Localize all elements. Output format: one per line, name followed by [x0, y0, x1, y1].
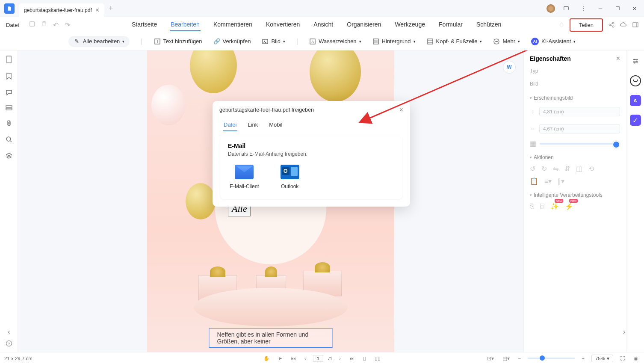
fullscreen-icon[interactable]: ⛶ [618, 356, 627, 361]
dialog-tab-datei[interactable]: Datei [223, 119, 237, 131]
save-icon[interactable] [29, 21, 35, 29]
email-client-option[interactable]: E-Mail-Client [230, 165, 259, 189]
menu-werkzeuge[interactable]: Werkzeuge [394, 18, 426, 31]
more-button[interactable]: Mehr ▾ [493, 38, 520, 45]
page-input[interactable] [313, 355, 323, 362]
actions-section[interactable]: Aktionen [530, 154, 620, 160]
zoom-slider[interactable] [528, 358, 575, 359]
ocr-icon[interactable]: ⌼ [540, 202, 544, 210]
settings-icon[interactable] [630, 56, 641, 67]
redo-icon[interactable]: ↷ [65, 21, 70, 29]
menu-formular[interactable]: Formular [438, 18, 464, 31]
header-footer-button[interactable]: Kopf- & Fußzeile ▾ [427, 38, 482, 45]
collapse-left-icon[interactable]: ‹ [0, 328, 18, 336]
kebab-icon[interactable]: ⋮ [577, 3, 589, 15]
width-input[interactable] [539, 124, 620, 133]
prev-page-icon[interactable]: ‹ [303, 356, 308, 361]
app-logo[interactable] [4, 3, 15, 14]
menu-bearbeiten[interactable]: Bearbeiten [170, 18, 201, 31]
menu-kommentieren[interactable]: Kommentieren [213, 18, 253, 31]
flip-h-icon[interactable]: ⇋ [553, 165, 558, 173]
zoom-in-icon[interactable]: + [580, 356, 586, 361]
menu-startseite[interactable]: Startseite [131, 18, 158, 31]
smart-section[interactable]: Intelligente Verarbeitungstools [530, 192, 620, 198]
check-icon[interactable]: ✓ [630, 115, 641, 126]
rotate-right-icon[interactable]: ↻ [541, 165, 547, 173]
zoom-value[interactable]: 75% ▾ [591, 355, 613, 362]
layers-icon[interactable] [6, 152, 12, 159]
balloon-decoration [190, 50, 237, 93]
crop-icon[interactable]: ◫ [576, 165, 582, 173]
link-button[interactable]: 🔗 Verknüpfen [213, 38, 251, 45]
close-window-icon[interactable]: ✕ [629, 3, 641, 15]
edit-all-button[interactable]: ✎ Alle bearbeiten ▾ [68, 36, 130, 47]
dialog-tab-link[interactable]: Link [247, 119, 259, 131]
minimize-icon[interactable]: ─ [594, 3, 606, 15]
chevron-down-icon: ▾ [573, 39, 576, 44]
new-tab-button[interactable]: + [109, 4, 113, 13]
close-icon[interactable]: × [616, 55, 620, 62]
menu-organisieren[interactable]: Organisieren [346, 18, 382, 31]
cloud-icon[interactable] [620, 21, 627, 28]
dialog-tab-mobil[interactable]: Mobil [268, 119, 283, 131]
first-page-icon[interactable]: ⏮ [289, 356, 298, 361]
comment-icon[interactable] [6, 89, 12, 96]
word-badge[interactable]: W [503, 61, 516, 74]
bookmark-icon[interactable] [6, 73, 12, 80]
ai-assist-button[interactable]: AI KI-Assistent ▾ [531, 38, 576, 45]
read-mode-icon[interactable]: ◉ [632, 355, 640, 361]
panel-toggle-icon[interactable] [632, 21, 639, 28]
help-icon[interactable]: ? [6, 340, 12, 347]
hand-tool-icon[interactable]: ✋ [262, 355, 271, 361]
print-icon[interactable] [41, 21, 47, 29]
image-button[interactable]: Bild ▾ [262, 38, 285, 45]
fields-icon[interactable] [6, 105, 12, 110]
scroll-right-icon[interactable]: › [623, 328, 625, 336]
two-page-icon[interactable]: ▯▯ [373, 355, 382, 361]
enhance-icon[interactable]: ✨ [550, 202, 559, 210]
distribute-icon[interactable]: ‖▾ [558, 177, 564, 185]
maximize-icon[interactable]: ☐ [612, 3, 623, 15]
chat-icon[interactable] [560, 3, 572, 15]
robot-icon[interactable] [630, 75, 641, 86]
tab-active[interactable]: geburtstagskarte-fuer-frau.pdf × [19, 3, 104, 17]
search-icon[interactable] [6, 136, 12, 143]
background-button[interactable]: Hintergrund ▾ [372, 38, 416, 45]
zoom-out-icon[interactable]: − [517, 356, 523, 361]
menu-ansicht[interactable]: Ansicht [313, 18, 334, 31]
share-button[interactable]: Teilen [570, 18, 603, 32]
close-icon[interactable]: × [95, 6, 99, 14]
ai-panel-icon[interactable]: A [630, 95, 641, 106]
height-input[interactable] [539, 107, 620, 116]
appearance-section[interactable]: Erscheinungsbild [530, 95, 620, 101]
next-page-icon[interactable]: › [337, 356, 343, 361]
view-mode-icon[interactable]: ▤▾ [501, 355, 511, 361]
file-menu[interactable]: Datei [0, 22, 25, 28]
opacity-slider[interactable] [540, 143, 620, 145]
undo-icon[interactable]: ↶ [53, 21, 59, 29]
single-page-icon[interactable]: ▯ [361, 355, 368, 361]
clipboard-icon[interactable]: 📋 [530, 177, 538, 185]
extract-icon[interactable]: ⎘ [530, 202, 534, 210]
fit-width-icon[interactable]: ⊡▾ [485, 355, 496, 361]
share-link-icon[interactable] [608, 21, 615, 28]
replace-icon[interactable]: ⟲ [588, 165, 594, 173]
align-icon[interactable]: ≡▾ [544, 177, 552, 185]
lightbulb-icon[interactable]: ♢ [558, 21, 564, 29]
flip-v-icon[interactable]: ⇵ [564, 165, 570, 173]
menu-schuetzen[interactable]: Schützen [476, 18, 502, 31]
avatar[interactable] [547, 4, 555, 13]
thumbnail-icon[interactable] [6, 56, 12, 63]
svg-point-23 [495, 41, 496, 42]
menu-konvertieren[interactable]: Konvertieren [265, 18, 301, 31]
add-text-button[interactable]: T Text hinzufügen [154, 38, 202, 45]
last-page-icon[interactable]: ⏭ [348, 356, 356, 361]
select-tool-icon[interactable]: ➤ [276, 355, 284, 361]
close-icon[interactable]: × [399, 106, 403, 114]
watermark-button[interactable]: A Wasserzeichen ▾ [309, 38, 361, 45]
attachment-icon[interactable] [6, 120, 12, 127]
ai-tool-icon[interactable]: ⚡ [565, 202, 573, 210]
rotate-left-icon[interactable]: ↺ [530, 165, 535, 173]
caption-text-box[interactable]: Neffen gibt es in allen Formen und Größe… [209, 328, 333, 348]
outlook-option[interactable]: Outlook [281, 165, 299, 189]
